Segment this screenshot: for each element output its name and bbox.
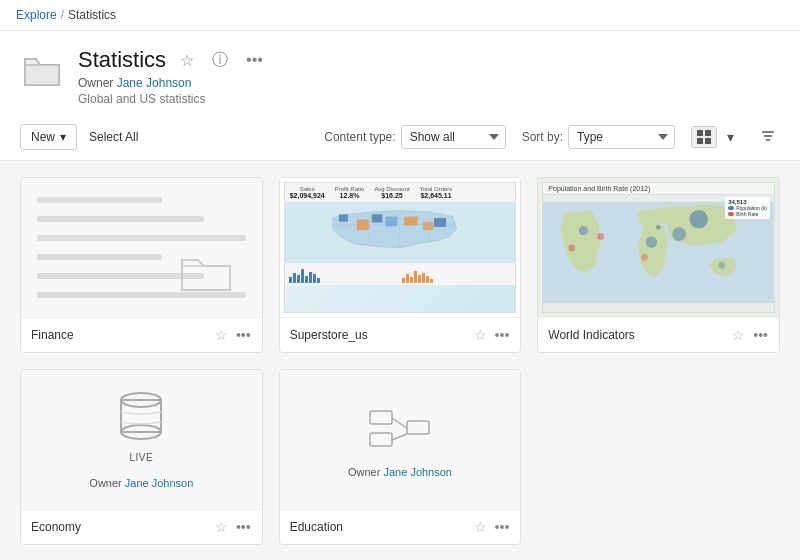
sort-filter: Sort by: Type Name Date Modified Date Cr… [522, 125, 675, 149]
svg-point-18 [656, 225, 661, 230]
svg-rect-0 [697, 130, 703, 136]
svg-rect-4 [356, 220, 368, 231]
svg-rect-26 [407, 421, 429, 434]
education-footer: Education ☆ ••• [280, 510, 521, 544]
finance-thumbnail [21, 178, 262, 318]
content-type-label: Content type: [324, 130, 395, 144]
select-all-button[interactable]: Select All [89, 126, 138, 148]
toolbar: New ▾ Select All Content type: Show all … [0, 114, 800, 161]
world-footer: World Indicators ☆ ••• [538, 318, 779, 352]
svg-point-19 [719, 262, 726, 269]
svg-rect-1 [705, 130, 711, 136]
card-education[interactable]: Owner Jane Johnson Education ☆ ••• [279, 369, 522, 545]
description: Global and US statistics [78, 92, 780, 106]
breadcrumb-explore[interactable]: Explore [16, 8, 57, 22]
new-button[interactable]: New ▾ [20, 124, 77, 150]
world-title: Population and Birth Rate (2012) [543, 183, 774, 195]
finance-name: Finance [31, 328, 74, 342]
education-owner-link[interactable]: Jane Johnson [383, 466, 452, 478]
card-economy[interactable]: LIVE Owner Jane Johnson Economy ☆ ••• [20, 369, 263, 545]
breadcrumb-separator: / [61, 8, 64, 22]
superstore-thumbnail: Sales $2,094,924 Profit Ratio 12.8% Avg … [280, 178, 521, 318]
education-name: Education [290, 520, 343, 534]
svg-rect-5 [404, 217, 418, 226]
education-actions: ☆ ••• [473, 518, 511, 536]
world-name: World Indicators [548, 328, 634, 342]
world-more-button[interactable]: ••• [752, 326, 769, 344]
finance-more-button[interactable]: ••• [235, 326, 252, 344]
economy-actions: ☆ ••• [214, 518, 252, 536]
owner-link[interactable]: Jane Johnson [117, 76, 192, 90]
superstore-actions: ☆ ••• [473, 326, 511, 344]
card-world[interactable]: Population and Birth Rate (2012) 34,513 … [537, 177, 780, 353]
education-star-button[interactable]: ☆ [473, 518, 488, 536]
more-options-button[interactable]: ••• [242, 49, 267, 71]
breadcrumb-current: Statistics [68, 8, 116, 22]
economy-star-button[interactable]: ☆ [214, 518, 229, 536]
svg-rect-8 [371, 214, 382, 222]
toolbar-right: Content type: Show all Workbooks Data So… [324, 125, 780, 149]
svg-point-13 [673, 227, 687, 241]
svg-rect-3 [705, 138, 711, 144]
svg-rect-9 [434, 218, 446, 227]
superstore-barchart [285, 263, 516, 285]
us-map [285, 203, 516, 263]
economy-footer: Economy ☆ ••• [21, 510, 262, 544]
svg-point-20 [641, 254, 648, 261]
card-finance[interactable]: Finance ☆ ••• [20, 177, 263, 353]
svg-point-16 [569, 245, 576, 252]
finance-actions: ☆ ••• [214, 326, 252, 344]
superstore-star-button[interactable]: ☆ [473, 326, 488, 344]
education-thumbnail: Owner Jane Johnson [280, 370, 521, 510]
superstore-name: Superstore_us [290, 328, 368, 342]
card-superstore[interactable]: Sales $2,094,924 Profit Ratio 12.8% Avg … [279, 177, 522, 353]
economy-owner-link[interactable]: Jane Johnson [125, 477, 194, 489]
page-header: Statistics ☆ ⓘ ••• Owner Jane Johnson Gl… [0, 31, 800, 114]
economy-more-button[interactable]: ••• [235, 518, 252, 536]
sort-label: Sort by: [522, 130, 563, 144]
chevron-view-button[interactable]: ▾ [721, 125, 740, 149]
svg-rect-24 [370, 411, 392, 424]
folder-thumbnail-icon [180, 252, 232, 297]
line [37, 197, 162, 203]
favorite-button[interactable]: ☆ [176, 49, 198, 72]
content-area: Finance ☆ ••• Sales [0, 161, 800, 560]
finance-star-button[interactable]: ☆ [214, 326, 229, 344]
svg-rect-7 [338, 214, 347, 222]
superstore-footer: Superstore_us ☆ ••• [280, 318, 521, 352]
header-actions: ☆ ⓘ ••• [176, 48, 267, 73]
grid-view-button[interactable] [691, 126, 717, 148]
svg-point-14 [646, 236, 658, 248]
card-grid: Finance ☆ ••• Sales [20, 177, 780, 545]
line [37, 235, 246, 241]
superstore-more-button[interactable]: ••• [494, 326, 511, 344]
page-title: Statistics [78, 47, 166, 73]
header-info: Statistics ☆ ⓘ ••• Owner Jane Johnson Gl… [78, 47, 780, 106]
world-star-button[interactable]: ☆ [731, 326, 746, 344]
svg-rect-2 [697, 138, 703, 144]
finance-footer: Finance ☆ ••• [21, 318, 262, 352]
world-actions: ☆ ••• [731, 326, 769, 344]
content-type-filter: Content type: Show all Workbooks Data So… [324, 125, 505, 149]
content-type-select[interactable]: Show all Workbooks Data Sources Flows [401, 125, 506, 149]
world-legend: 34,513 Population (k) Birth Rate [725, 197, 770, 219]
education-more-button[interactable]: ••• [494, 518, 511, 536]
svg-point-17 [598, 233, 605, 240]
economy-owner-display: Owner Jane Johnson [89, 477, 193, 489]
economy-icon: LIVE [116, 390, 166, 463]
filter-button[interactable] [756, 126, 780, 149]
world-thumbnail: Population and Birth Rate (2012) 34,513 … [538, 178, 779, 318]
folder-icon [20, 49, 64, 93]
view-controls: ▾ [691, 125, 740, 149]
svg-point-15 [579, 226, 588, 235]
sort-select[interactable]: Type Name Date Modified Date Created Own… [568, 125, 675, 149]
svg-rect-10 [385, 217, 397, 227]
economy-name: Economy [31, 520, 81, 534]
superstore-preview: Sales $2,094,924 Profit Ratio 12.8% Avg … [284, 182, 517, 313]
line [37, 254, 162, 260]
toolbar-left: New ▾ Select All [20, 124, 138, 150]
line [37, 216, 204, 222]
svg-rect-6 [422, 222, 433, 230]
economy-thumbnail: LIVE Owner Jane Johnson [21, 370, 262, 510]
info-button[interactable]: ⓘ [208, 48, 232, 73]
